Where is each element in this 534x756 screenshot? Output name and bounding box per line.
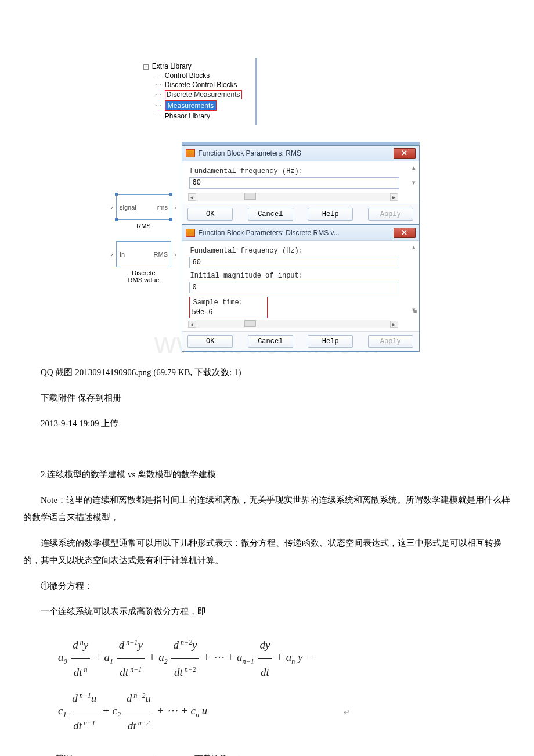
paragraph-note: Note：这里的连续和离散都是指时间上的连续和离散，无关乎现实世界的连续系统和离… — [23, 491, 511, 526]
differential-equation: a0 d nydt n + a1 d n−1ydt n−1 + a2 d n−2… — [58, 632, 511, 739]
simulink-block-rms[interactable]: › signal rms › — [116, 194, 171, 220]
field-label-initial-magnitude: Initial magnitude of input: — [190, 272, 414, 280]
tree-item-discrete-measurements[interactable]: ⋯ Discrete Measurements — [155, 89, 253, 100]
simulink-block-discrete-rms[interactable]: › In RMS › — [116, 241, 171, 267]
enter-symbol-icon: ↵ — [344, 703, 350, 721]
tree-item-discrete-control-blocks[interactable]: ⋯ Discrete Control Blocks — [155, 80, 253, 89]
tree-branch-icon: ⋯ — [155, 72, 161, 79]
tree-item-label: Discrete Measurements — [167, 91, 240, 99]
tree-branch-icon: ⋯ — [155, 81, 161, 88]
download-actions[interactable]: 下载附件 保存到相册 — [23, 389, 511, 406]
highlight-box: Discrete Measurements — [165, 90, 242, 99]
help-button[interactable]: Help — [308, 208, 353, 221]
tree-branch-icon: ⋯ — [155, 91, 161, 98]
tree-branch-icon: ⋯ — [155, 102, 161, 109]
selection-handle — [115, 218, 118, 221]
ok-button[interactable]: OOKK — [187, 208, 233, 221]
apply-button[interactable]: Apply — [368, 335, 413, 348]
input-sample-time[interactable] — [192, 308, 265, 316]
dialog-titlebar[interactable]: Function Block Parameters: RMS ✕ — [182, 146, 419, 161]
scroll-up-icon[interactable]: ▴ — [410, 243, 418, 251]
cancel-button[interactable]: Cancel — [248, 335, 293, 348]
dialog-title: Function Block Parameters: RMS — [199, 149, 301, 157]
tree-item-label: Phasor Library — [165, 112, 210, 120]
tree-item-control-blocks[interactable]: ⋯ Control Blocks — [155, 71, 253, 80]
tree-item-label: Control Blocks — [165, 71, 210, 80]
library-tree-panel: − Extra Library ⋯ Control Blocks ⋯ Discr… — [141, 58, 257, 125]
scrollbar-thumb[interactable] — [244, 193, 256, 200]
paragraph-body: 连续系统的数学模型通常可以用以下几种形式表示：微分方程、传递函数、状态空间表达式… — [23, 534, 511, 569]
scroll-down-icon[interactable]: ▾ — [410, 179, 418, 186]
scrollbar-thumb[interactable] — [244, 320, 256, 327]
dialog-button-row: OK Cancel Help Apply — [182, 331, 419, 351]
dialog-discrete-rms-parameters: Function Block Parameters: Discrete RMS … — [182, 225, 420, 352]
input-fundamental-freq[interactable] — [189, 177, 399, 189]
upload-timestamp: 2013-9-14 19:09 上传 — [23, 415, 511, 432]
scroll-down-icon[interactable]: ▾ — [410, 306, 418, 314]
dialog-button-row: OOKK Cancel Help Apply — [182, 204, 419, 224]
tree-root-item[interactable]: − Extra Library — [143, 62, 253, 71]
field-label-sample-time: Sample time: — [193, 298, 265, 307]
block-input-label: In — [120, 251, 125, 258]
field-label-fundamental-freq: Fundamental frequency (Hz): — [190, 167, 414, 175]
tree-item-label: Discrete Control Blocks — [165, 81, 237, 89]
block-title-discrete-rms: Discrete RMS value — [115, 269, 173, 283]
input-fundamental-freq[interactable] — [189, 257, 399, 268]
block-output-label: RMS — [154, 251, 168, 258]
dialog-titlebar[interactable]: Function Block Parameters: Discrete RMS … — [182, 225, 419, 241]
scroll-right-icon[interactable]: ▸ — [390, 321, 398, 328]
highlight-box-sample-time: Sample time: — [189, 297, 268, 318]
help-button[interactable]: Help — [308, 335, 353, 348]
block-output-port-icon[interactable]: › — [175, 251, 176, 257]
scrollbar-track[interactable] — [196, 193, 390, 201]
tree-item-phasor-library[interactable]: ⋯ Phasor Library — [155, 111, 253, 121]
caption-file-2: QQ 截图 20130914190955.png (19.33 KB, 下载次数… — [23, 750, 511, 756]
highlight-box: Measurements — [165, 100, 217, 111]
dialog-rms-parameters: Function Block Parameters: RMS ✕ ▴ Funda… — [182, 145, 420, 225]
dialog-title: Function Block Parameters: Discrete RMS … — [199, 229, 340, 237]
horizontal-scrollbar[interactable]: ◂ ▸ — [188, 192, 398, 201]
section-heading-2: 2.连续模型的数学建模 vs 离散模型的数学建模 — [23, 466, 511, 483]
cancel-button[interactable]: Cancel — [248, 208, 293, 221]
tree-root-label: Extra Library — [152, 62, 192, 70]
tree-item-measurements[interactable]: ⋯ Measurements — [155, 100, 253, 111]
block-output-port-icon[interactable]: › — [175, 204, 176, 210]
scroll-up-icon[interactable]: ▴ — [410, 164, 418, 171]
simulink-icon — [186, 149, 195, 157]
subheading-diff-eq: ①微分方程： — [23, 577, 511, 595]
close-button[interactable]: ✕ — [394, 228, 416, 238]
input-initial-magnitude[interactable] — [189, 282, 399, 293]
field-label-fundamental-freq: Fundamental frequency (Hz): — [190, 247, 414, 255]
scroll-left-icon[interactable]: ◂ — [188, 193, 196, 201]
selection-handle — [169, 218, 172, 221]
horizontal-scrollbar[interactable]: ◂ ▸ — [188, 319, 398, 329]
caption-file-1: QQ 截图 20130914190906.png (69.79 KB, 下载次数… — [23, 363, 511, 381]
block-title-rms: RMS — [115, 222, 173, 229]
simulink-icon — [186, 229, 195, 237]
tree-collapse-icon[interactable]: − — [143, 64, 149, 70]
block-output-label: rms — [157, 204, 168, 211]
scrollbar-track[interactable] — [196, 320, 390, 328]
block-input-label: signal — [120, 204, 136, 211]
block-input-port-icon[interactable]: › — [111, 204, 113, 210]
apply-button[interactable]: Apply — [368, 208, 413, 221]
paragraph-intro-eq: 一个连续系统可以表示成高阶微分方程，即 — [23, 603, 511, 620]
tree-branch-icon: ⋯ — [155, 113, 161, 120]
close-button[interactable]: ✕ — [394, 148, 416, 159]
scroll-right-icon[interactable]: ▸ — [390, 193, 398, 201]
tree-selected-label: Measurements — [165, 101, 216, 110]
ok-button[interactable]: OK — [187, 335, 233, 348]
block-input-port-icon[interactable]: › — [111, 251, 113, 257]
scroll-left-icon[interactable]: ◂ — [188, 321, 196, 328]
